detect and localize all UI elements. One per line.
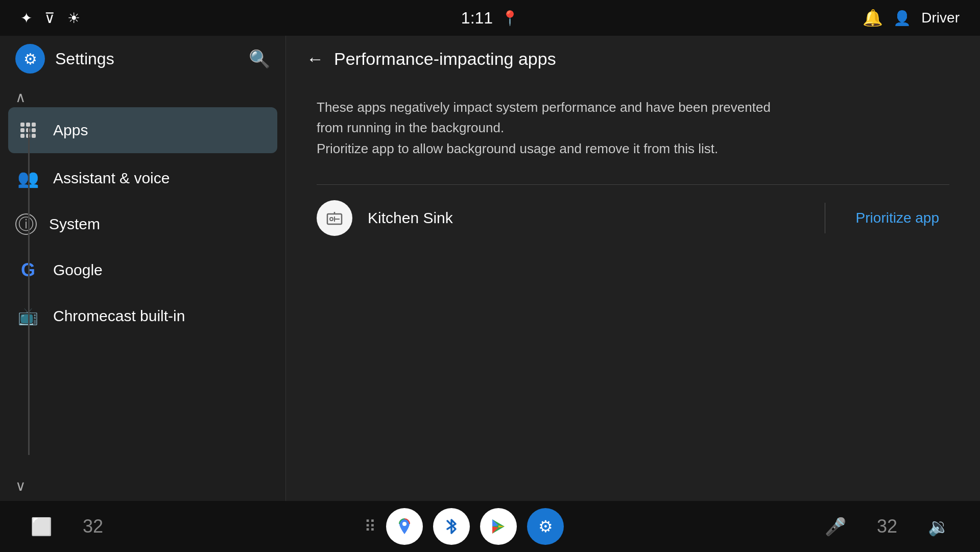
wifi-icon: ⊽ xyxy=(44,10,55,27)
content-header: ← Performance-impacting apps xyxy=(286,36,980,82)
notification-icon: 🔔 xyxy=(863,8,883,28)
chromecast-label: Chromecast built-in xyxy=(53,307,185,325)
main-layout: ⚙ Settings 🔍 ∧ xyxy=(0,36,980,501)
bluetooth-icon: ✦ xyxy=(20,10,32,27)
sidebar-title: Settings xyxy=(55,50,114,68)
app-row: Kitchen Sink Prioritize app xyxy=(317,184,949,251)
bottom-left: ⬜ 32 xyxy=(31,516,103,537)
status-bar-center: 1:11 📍 xyxy=(461,9,519,28)
sidebar-item-system[interactable]: ⓘ System xyxy=(0,201,285,247)
back-button[interactable]: ← xyxy=(306,49,324,69)
chevron-down-button[interactable]: ∨ xyxy=(10,475,31,496)
search-button[interactable]: 🔍 xyxy=(249,49,270,69)
app-row-divider xyxy=(825,203,825,233)
user-icon: 👤 xyxy=(893,10,911,27)
apps-grid-icon[interactable]: ⠿ xyxy=(364,517,376,536)
bottom-center: ⠿ ⚙ xyxy=(364,508,564,545)
driver-label: Driver xyxy=(921,10,960,26)
sidebar-header: ⚙ Settings 🔍 xyxy=(0,36,285,82)
bluetooth-app-icon[interactable] xyxy=(433,508,470,545)
status-bar-right: 🔔 👤 Driver xyxy=(863,8,960,28)
maps-app-icon[interactable] xyxy=(386,508,423,545)
prioritize-app-button[interactable]: Prioritize app xyxy=(846,205,949,231)
kitchen-sink-name: Kitchen Sink xyxy=(368,209,453,227)
sidebar-item-chromecast[interactable]: 📺 Chromecast built-in xyxy=(0,293,285,339)
status-bar-left: ✦ ⊽ ☀ xyxy=(20,10,80,27)
assistant-label: Assistant & voice xyxy=(53,170,170,187)
sidebar-item-assistant[interactable]: 👥 Assistant & voice xyxy=(0,155,285,201)
content-title: Performance-impacting apps xyxy=(334,49,556,69)
play-store-icon[interactable] xyxy=(480,508,517,545)
sidebar-item-google[interactable]: G Google xyxy=(0,247,285,293)
system-label: System xyxy=(49,215,100,233)
location-icon: 📍 xyxy=(501,10,519,27)
apps-label: Apps xyxy=(53,122,88,139)
chevron-up-button[interactable]: ∧ xyxy=(10,87,31,107)
svg-point-2 xyxy=(330,218,333,221)
bottom-right-number: 32 xyxy=(877,516,897,537)
app-info: Kitchen Sink xyxy=(317,200,804,236)
bottom-right: 🎤 32 🔉 xyxy=(825,516,949,537)
sidebar-title-row: ⚙ Settings xyxy=(15,44,114,74)
sidebar-item-apps[interactable]: Apps xyxy=(8,107,277,153)
svg-point-5 xyxy=(402,522,407,526)
sidebar: ⚙ Settings 🔍 ∧ xyxy=(0,36,286,501)
settings-app-icon: ⚙ xyxy=(15,44,45,74)
description-text: These apps negatively impact system perf… xyxy=(317,97,776,159)
clock: 1:11 xyxy=(461,9,493,28)
kitchen-sink-icon xyxy=(317,200,352,236)
bottom-left-number: 32 xyxy=(83,516,103,537)
content-body: These apps negatively impact system perf… xyxy=(286,82,980,501)
microphone-icon[interactable]: 🎤 xyxy=(825,516,846,537)
google-label: Google xyxy=(53,261,103,279)
sidebar-divider xyxy=(28,128,30,455)
sidebar-nav: ∧ App xyxy=(0,82,285,501)
window-icon[interactable]: ⬜ xyxy=(31,516,52,537)
bottom-bar: ⬜ 32 ⠿ ⚙ 🎤 32 xyxy=(0,501,980,552)
display-icon: ☀ xyxy=(67,10,80,27)
content-panel: ← Performance-impacting apps These apps … xyxy=(286,36,980,501)
status-bar: ✦ ⊽ ☀ 1:11 📍 🔔 👤 Driver xyxy=(0,0,980,36)
settings-bottom-icon[interactable]: ⚙ xyxy=(527,508,564,545)
volume-icon[interactable]: 🔉 xyxy=(928,516,949,537)
system-icon: ⓘ xyxy=(15,213,37,235)
